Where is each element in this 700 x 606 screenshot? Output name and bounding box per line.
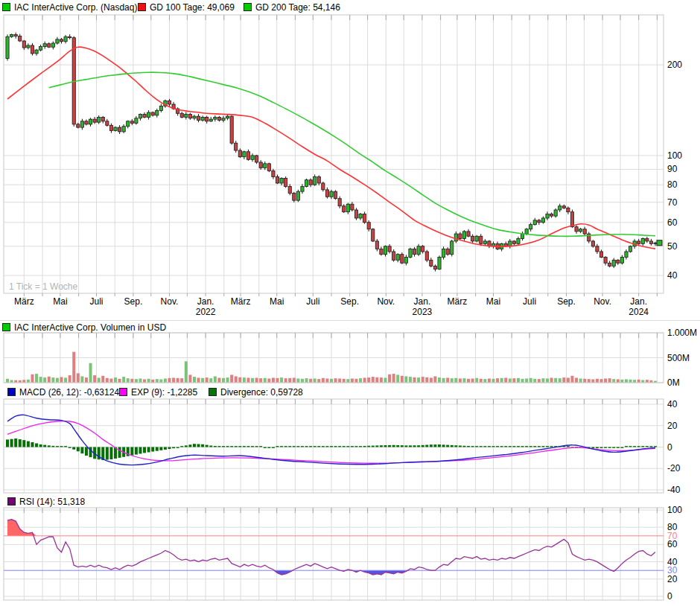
svg-text:100: 100 xyxy=(667,150,682,161)
svg-text:80: 80 xyxy=(667,179,678,190)
legend-item-macd: MACD (26, 12): -0,63124 xyxy=(7,387,119,398)
svg-text:0M: 0M xyxy=(667,377,680,388)
svg-text:Jan.: Jan. xyxy=(197,296,214,307)
svg-text:200: 200 xyxy=(667,60,682,70)
legend-item-exp: EXP (9): -1,2285 xyxy=(119,387,197,398)
svg-text:Nov.: Nov. xyxy=(594,296,611,307)
svg-text:2023: 2023 xyxy=(413,307,433,317)
svg-text:Mai: Mai xyxy=(270,296,284,307)
svg-text:90: 90 xyxy=(667,164,678,174)
svg-text:Juli: Juli xyxy=(89,296,103,307)
svg-text:500M: 500M xyxy=(667,353,690,363)
svg-text:60: 60 xyxy=(667,217,678,228)
x-axis-labels: MärzMaiJuliSep.Nov.Jan.2022MärzMaiJuliSe… xyxy=(14,296,649,317)
svg-text:40: 40 xyxy=(667,399,678,409)
price-series-label: IAC InterActive Corp. (Nasdaq) xyxy=(14,2,137,13)
svg-text:0: 0 xyxy=(667,591,672,602)
exp-swatch-icon xyxy=(119,388,127,396)
exp-label: EXP (9): -1,2285 xyxy=(131,387,197,398)
divergence-swatch-icon xyxy=(209,388,217,396)
rsi-legend: RSI (14): 51,318 xyxy=(0,497,700,508)
legend-item-gd100: GD 100 Tage: 49,069 xyxy=(138,2,235,13)
svg-text:Jan.: Jan. xyxy=(414,296,431,307)
svg-text:März: März xyxy=(231,296,251,307)
legend-item-price: IAC InterActive Corp. (Nasdaq) xyxy=(2,2,137,13)
svg-text:20: 20 xyxy=(667,574,678,584)
volume-series-swatch-icon xyxy=(2,323,10,331)
macd-legend: MACD (26, 12): -0,63124 EXP (9): -1,2285… xyxy=(0,387,700,398)
macd-swatch-icon xyxy=(7,388,16,396)
volume-series-label: IAC InterActive Corp. Volumen in USD xyxy=(14,322,166,333)
volume-legend: IAC InterActive Corp. Volumen in USD xyxy=(0,322,700,334)
price-legend: IAC InterActive Corp. (Nasdaq) GD 100 Ta… xyxy=(0,2,700,13)
gd100-swatch-icon xyxy=(138,3,146,11)
legend-item-gd200: GD 200 Tage: 54,146 xyxy=(244,2,340,13)
svg-text:-40: -40 xyxy=(667,485,681,495)
svg-text:März: März xyxy=(14,296,34,307)
gd200-swatch-icon xyxy=(244,3,252,11)
gridlines xyxy=(4,15,664,600)
svg-text:Juli: Juli xyxy=(306,296,319,307)
tick-scale-note: 1 Tick = 1 Woche xyxy=(9,281,77,292)
stock-chart-application: IAC InterActive Corp. (Nasdaq) GD 100 Ta… xyxy=(0,0,700,606)
svg-text:Mai: Mai xyxy=(486,296,500,307)
rsi-panel-series xyxy=(4,520,664,575)
svg-text:70: 70 xyxy=(667,197,678,208)
svg-text:20: 20 xyxy=(667,421,678,431)
last-price-marker xyxy=(657,240,662,246)
macd-label: MACD (26, 12): -0,63124 xyxy=(19,387,119,398)
svg-text:50: 50 xyxy=(667,241,678,252)
svg-text:Nov.: Nov. xyxy=(161,296,179,307)
svg-text:Sep.: Sep. xyxy=(557,296,576,307)
moving-averages xyxy=(7,47,662,249)
rsi-swatch-icon xyxy=(7,497,16,505)
gd100-label: GD 100 Tage: 49,069 xyxy=(150,2,235,13)
svg-text:Sep.: Sep. xyxy=(124,296,143,307)
svg-text:2022: 2022 xyxy=(196,307,216,317)
svg-text:Jan.: Jan. xyxy=(630,296,647,307)
svg-text:0: 0 xyxy=(667,442,672,453)
price-series-swatch-icon xyxy=(2,3,10,11)
legend-item-volume: IAC InterActive Corp. Volumen in USD xyxy=(2,322,166,333)
legend-item-divergence: Divergence: 0,59728 xyxy=(209,387,303,398)
svg-text:Juli: Juli xyxy=(523,296,536,307)
rsi-label: RSI (14): 51,318 xyxy=(19,497,85,507)
chart-canvas: MärzMaiJuliSep.Nov.Jan.2022MärzMaiJuliSe… xyxy=(0,0,700,606)
legend-item-rsi: RSI (14): 51,318 xyxy=(7,497,85,507)
svg-text:März: März xyxy=(448,296,468,307)
svg-text:Sep.: Sep. xyxy=(340,296,359,307)
svg-text:-20: -20 xyxy=(667,463,681,473)
svg-text:Nov.: Nov. xyxy=(377,296,395,307)
svg-text:2024: 2024 xyxy=(629,307,649,317)
svg-text:Mai: Mai xyxy=(53,296,67,307)
svg-text:40: 40 xyxy=(667,270,678,281)
svg-text:60: 60 xyxy=(667,539,678,549)
gd200-label: GD 200 Tage: 54,146 xyxy=(255,2,340,13)
divergence-label: Divergence: 0,59728 xyxy=(220,387,303,398)
